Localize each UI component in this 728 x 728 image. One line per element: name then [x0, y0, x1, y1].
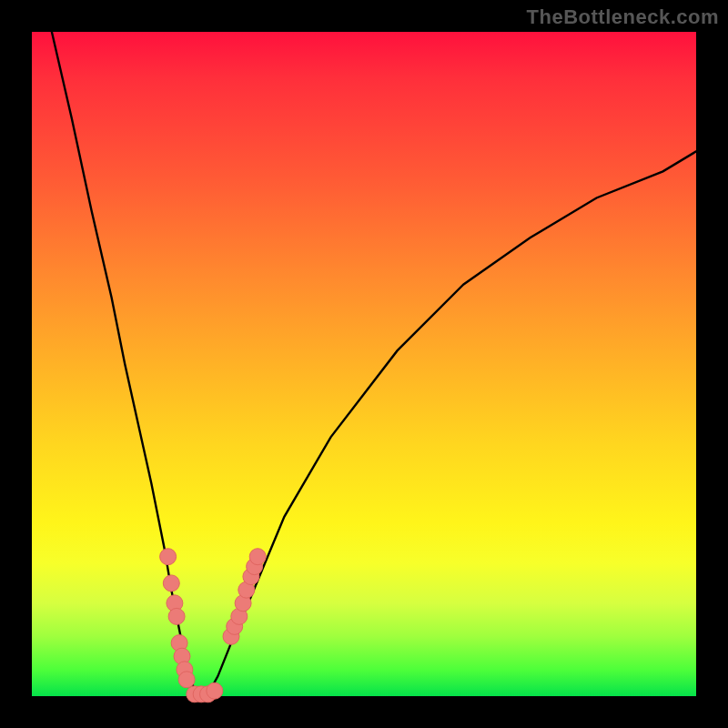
frame: TheBottleneck.com	[0, 0, 728, 728]
marker-group	[160, 549, 267, 703]
data-marker	[168, 608, 185, 624]
data-marker	[178, 672, 195, 688]
data-marker	[207, 682, 223, 699]
plot-area	[32, 32, 696, 696]
chart-svg	[32, 32, 696, 696]
data-marker	[163, 575, 179, 592]
watermark-text: TheBottleneck.com	[527, 5, 719, 29]
curve-path	[52, 32, 696, 694]
data-marker	[160, 549, 177, 565]
data-marker	[249, 549, 266, 565]
